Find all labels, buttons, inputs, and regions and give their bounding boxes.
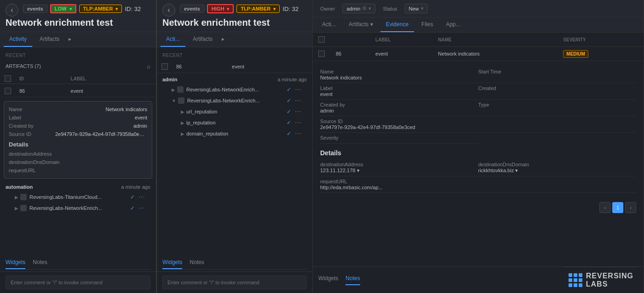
more-icon-domain-mid[interactable]: ⋯ <box>295 130 301 137</box>
tab-widgets-left[interactable]: Widgets <box>6 259 25 269</box>
row-id-left: 86 <box>16 85 66 97</box>
status-value-right[interactable]: New ▾ <box>405 4 428 13</box>
col-name-header: NAME <box>432 33 558 47</box>
logo-dot-6 <box>579 278 582 282</box>
tab-notes-right[interactable]: Notes <box>345 275 360 285</box>
row-checkbox-mid[interactable] <box>161 63 168 70</box>
back-button-mid[interactable]: ‹ <box>162 4 175 17</box>
tab-artifacts-mid[interactable]: Artifacts <box>187 32 218 47</box>
prev-page-btn[interactable]: ‹ <box>599 202 610 213</box>
row-checkbox-left[interactable] <box>5 88 11 94</box>
tree-item-url-mid[interactable]: ▶ url_reputation ✓ ⋯ <box>162 106 307 117</box>
tree-item-ip-mid[interactable]: ▶ ip_reputation ✓ ⋯ <box>162 117 307 128</box>
dest-dns-val-right[interactable]: rickkhtovkka.biz ▾ <box>478 168 637 174</box>
table-row[interactable]: 86 event <box>1 85 155 97</box>
comment-input-left[interactable] <box>6 276 150 289</box>
tab-notes-mid[interactable]: Notes <box>190 259 204 269</box>
tab-more-left[interactable]: ▸ <box>67 32 73 47</box>
created-key-right: Created <box>478 85 637 91</box>
col-label-header-left: LABEL <box>67 73 155 84</box>
label-val-left: event <box>135 115 147 120</box>
tab-files-right[interactable]: Files <box>416 17 438 32</box>
more-icon-1-left[interactable]: ⋯ <box>138 204 145 212</box>
tab-app-right[interactable]: App... <box>440 17 466 32</box>
back-button-left[interactable]: ‹ <box>6 4 18 17</box>
tab-activity-mid[interactable]: Acti... <box>161 32 185 47</box>
table-row[interactable]: 86 event <box>158 61 311 73</box>
tag-severity-high[interactable]: HIGH ▾ <box>207 4 234 13</box>
tree-actions-domain-mid: ✓ ⋯ <box>287 130 301 137</box>
tab-artifacts-left[interactable]: Artifacts <box>34 32 65 47</box>
chat-entry-mid: admin a minute ago ▶ ReversingLabs-Netwo… <box>157 74 312 142</box>
owner-chevron-icon: ▾ <box>368 6 371 11</box>
comment-input-mid[interactable] <box>162 276 307 289</box>
tree-actions-1-left: ✓ ⋯ <box>130 204 145 212</box>
select-all-left[interactable] <box>5 75 11 82</box>
tab-artifacts-right[interactable]: Artifacts ▾ <box>343 17 379 32</box>
tab-activity-right[interactable]: Acti... <box>316 17 341 32</box>
tag-severity-low[interactable]: LOW ▾ <box>50 4 76 13</box>
more-icon-1-mid[interactable]: ⋯ <box>295 97 301 104</box>
row-num-right: 86 <box>330 47 370 61</box>
owner-value-right[interactable]: admin ⚙ ▾ <box>342 4 375 13</box>
status-chevron-icon: ▾ <box>421 6 424 11</box>
severity-chevron-mid: ▾ <box>227 6 229 11</box>
left-panel-header: ‹ events LOW ▾ TLP:AMBER ▾ ID: 32 Networ… <box>0 0 156 32</box>
tab-activity-left[interactable]: Activity <box>4 32 32 47</box>
req-url-val-right[interactable]: http://eda.mrbasic.com/ap... <box>320 185 636 190</box>
tag-tlp-mid[interactable]: TLP:AMBER ▾ <box>236 5 280 13</box>
start-time-key-right: Start Time <box>478 69 637 74</box>
tree-arrow-domain-mid: ▶ <box>181 131 184 136</box>
tab-more-mid[interactable]: ▸ <box>220 32 226 47</box>
dest-dns-key-right: destinationDnsDomain <box>478 162 637 167</box>
artifacts-header-left: ARTIFACTS (7) ⌕ <box>0 60 156 73</box>
detail-section-title-left: Details <box>9 138 147 150</box>
more-icon-url-mid[interactable]: ⋯ <box>295 108 301 115</box>
tree-arrow-1-mid: ▼ <box>172 98 176 103</box>
more-icon-ip-mid[interactable]: ⋯ <box>295 119 301 126</box>
page-1-btn[interactable]: 1 <box>612 202 623 213</box>
tree-item-0-left[interactable]: ▶ ReversingLabs-TitaniumCloud... ✓ ⋯ <box>6 192 150 203</box>
panel-right: Owner admin ⚙ ▾ Status New ▾ Acti... Art… <box>313 0 644 293</box>
row-checkbox-right[interactable] <box>318 51 325 57</box>
tree-item-1-mid[interactable]: ▼ ReversingLabs-NetworkEnrich... ✓ ⋯ <box>162 95 307 106</box>
bottom-tabs-left: Widgets Notes <box>0 259 156 271</box>
tag-tlp-left[interactable]: TLP:AMBER ▾ <box>79 5 122 13</box>
artifact-table-left: ID LABEL 86 event <box>0 73 156 98</box>
tab-evidence-right[interactable]: Evidence <box>380 17 414 32</box>
tree-item-icon-1-mid <box>178 97 184 104</box>
tag-events-mid[interactable]: events <box>180 5 204 13</box>
status-label-right: Status <box>383 6 397 11</box>
reversing-labs-logo: REVERSINGLABS <box>564 267 638 293</box>
next-page-btn[interactable]: › <box>625 202 636 213</box>
tab-widgets-right[interactable]: Widgets <box>318 275 338 285</box>
chat-time-mid: a minute ago <box>277 77 307 82</box>
more-icon-0-mid[interactable]: ⋯ <box>295 86 301 93</box>
recent-label-mid: Recent <box>157 51 312 60</box>
tag-events-left[interactable]: events <box>23 5 47 13</box>
tree-actions-url-mid: ✓ ⋯ <box>287 108 301 115</box>
name-val-left: Network indicators <box>106 107 147 112</box>
id-label-mid: ID: 32 <box>282 6 299 12</box>
tab-notes-left[interactable]: Notes <box>33 259 47 269</box>
row-name-right: Network indicators <box>432 47 558 61</box>
tab-widgets-mid[interactable]: Widgets <box>162 259 182 269</box>
row-label-mid: event <box>228 61 311 73</box>
logo-dot-1 <box>569 273 572 277</box>
dest-addr-val-right[interactable]: 123.11.122.178 ▾ <box>320 168 478 174</box>
search-icon-left[interactable]: ⌕ <box>147 62 150 70</box>
tree-actions-0-mid: ✓ ⋯ <box>287 86 301 93</box>
more-icon-0-left[interactable]: ⋯ <box>138 193 145 201</box>
name-key-right: Name <box>320 69 478 74</box>
name-key-left: Name <box>9 107 50 112</box>
logo-grid-icon <box>569 273 582 287</box>
tree-item-1-left[interactable]: ▶ ReversingLabs-NetworkEnrich... ✓ ⋯ <box>6 203 150 214</box>
tree-item-domain-mid[interactable]: ▶ domain_reputation ✓ ⋯ <box>162 128 307 139</box>
logo-dot-2 <box>574 273 577 277</box>
tree-item-label-ip-mid: ip_reputation <box>186 120 216 125</box>
tree-item-0-mid[interactable]: ▶ ReversingLabs-NetworkEnrich... ✓ ⋯ <box>162 84 307 95</box>
select-all-right[interactable] <box>318 36 325 43</box>
panel-title-left: Network enrichment test <box>6 17 150 29</box>
created-by-val-left: admin <box>133 123 147 129</box>
table-row[interactable]: 86 event Network indicators MEDIUM <box>313 47 644 61</box>
